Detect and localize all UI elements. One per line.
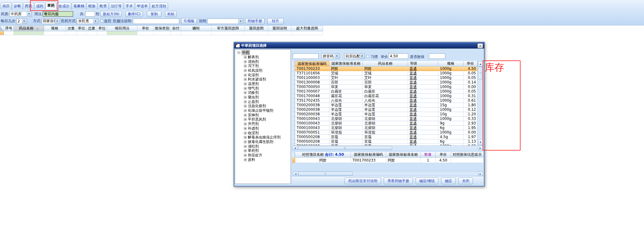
herb-row[interactable]: T000700050 荜茇 荜茇 普通 1000g 0.00 [292, 85, 477, 89]
copy-button[interactable]: 复制 [147, 11, 161, 17]
scrollbar-thumb[interactable] [298, 146, 392, 150]
daily-times-select[interactable]: 2 [16, 19, 27, 24]
expand-icon[interactable] [244, 136, 247, 139]
col-unit2[interactable]: 单位 [97, 25, 107, 31]
drug-handbook-button[interactable]: 药物手册 [245, 18, 265, 24]
row-indicator[interactable] [292, 126, 295, 130]
tab[interactable]: 检查 [98, 2, 109, 9]
expand-icon[interactable] [244, 114, 247, 117]
tree-node[interactable]: 祛风湿剂 [244, 68, 291, 73]
tree-node[interactable]: 化湿剂 [244, 73, 291, 77]
chevron-down-icon[interactable] [55, 19, 59, 23]
dialog-titlebar[interactable]: 中草药项目选择 [234, 42, 484, 49]
drug-name-cell[interactable] [14, 31, 44, 35]
tab[interactable]: 成药 [34, 2, 45, 9]
template-button[interactable]: 引模板 [181, 18, 197, 24]
dialog-button[interactable]: 确定 [441, 178, 456, 184]
expand-icon[interactable] [244, 109, 247, 112]
row-indicator[interactable] [292, 98, 295, 103]
expand-icon[interactable] [244, 123, 247, 125]
pharmacy-select[interactable]: 中药房 [9, 11, 32, 17]
scrollbar-thumb[interactable] [298, 172, 353, 176]
tree-node[interactable]: 补虚剂 [244, 126, 291, 131]
row-indicator[interactable] [292, 80, 295, 85]
total-doses-input[interactable] [85, 11, 95, 17]
scroll-left-icon[interactable]: ◀ [292, 146, 298, 150]
tree-node[interactable]: 消食剂 [244, 91, 291, 95]
expand-icon[interactable] [244, 145, 247, 148]
expand-icon[interactable] [244, 158, 247, 161]
expand-icon[interactable] [244, 127, 247, 130]
scroll-right-icon[interactable]: ▶ [478, 146, 483, 150]
tree-node[interactable]: 安神剂 [244, 113, 291, 117]
col-selected-qty[interactable]: 数量 [421, 152, 436, 158]
tree-node[interactable]: 草药剂 [244, 148, 291, 153]
usage-input[interactable]: 餐后内服 [43, 11, 73, 17]
herb-row[interactable]: T371101656 艾绒 艾绒 普通 1000g 0.05 [292, 71, 477, 76]
row-indicator[interactable] [292, 139, 295, 144]
row-indicator[interactable] [292, 94, 295, 98]
expand-icon[interactable] [244, 74, 247, 76]
price-input[interactable]: 4.50 [389, 53, 408, 59]
tree-node[interactable]: 涌吐剂 [244, 144, 291, 149]
col-instruction[interactable]: 嘱咐 [181, 25, 211, 31]
herb-row[interactable]: T000200038 半边莲 半边莲 普通 15g 1.80 [292, 103, 477, 107]
expand-icon[interactable] [244, 118, 247, 121]
expand-icon[interactable] [244, 78, 247, 81]
col-return-reason[interactable]: 退回原因 [245, 25, 268, 31]
select-all-corner[interactable] [0, 25, 4, 31]
row-indicator[interactable] [292, 107, 295, 112]
tree-node[interactable]: 温里剂 [244, 82, 291, 86]
transfer-prescription-button[interactable]: 转方 [267, 18, 284, 24]
chevron-down-icon[interactable] [27, 12, 31, 16]
tab[interactable]: 草药 [46, 2, 56, 9]
herb-row[interactable]: T001300008 百部 百部 普通 1000g 0.14 [292, 80, 477, 85]
col-herb-price[interactable]: 单价 [464, 61, 477, 66]
method-select[interactable]: 回家自煎 [42, 19, 60, 24]
tree-node[interactable]: 解毒杀虫燥湿止痒剂 [244, 135, 291, 140]
scroll-right-icon[interactable]: ▶ [478, 172, 483, 176]
col-unit1[interactable]: 单位 [77, 25, 86, 31]
col-selected-item-name[interactable]: 对照项目名称 合计: 4.50 [295, 152, 351, 158]
row-indicator[interactable] [292, 112, 295, 117]
row-indicator[interactable] [292, 76, 295, 80]
tab[interactable]: 申请单 [135, 2, 150, 9]
tree-node[interactable]: 理气剂 [244, 86, 291, 91]
tree-node[interactable]: 利水渗湿剂 [244, 77, 291, 82]
herb-row[interactable]: T000500208 豆蔻 豆蔻 普通 6g 1.13 [292, 139, 477, 144]
urgent-decoct-checkbox[interactable] [100, 20, 103, 22]
insurance-input[interactable] [429, 53, 445, 59]
tree-node[interactable]: 活血化瘀剂 [244, 104, 291, 109]
decoct-note-input[interactable] [133, 19, 179, 24]
tree-node[interactable]: 协定处方 [244, 153, 291, 158]
row-indicator[interactable] [292, 71, 295, 76]
col-herb-spec[interactable]: 规格 [438, 61, 464, 66]
tree-node[interactable]: 平肝息风剂 [244, 117, 291, 122]
expand-icon[interactable] [244, 83, 247, 85]
expand-icon[interactable] [244, 154, 247, 157]
tree-node[interactable]: 原料 [244, 158, 291, 162]
col-detail-usage[interactable]: 细目用法 [107, 25, 137, 31]
chevron-down-icon[interactable] [238, 19, 243, 23]
expand-icon[interactable] [244, 69, 247, 72]
expand-icon[interactable] [244, 60, 247, 63]
chevron-down-icon[interactable] [22, 19, 26, 23]
expand-icon[interactable] [244, 65, 247, 67]
habit-checkbox[interactable] [366, 55, 369, 58]
col-drug-name[interactable]: 药品名称 [14, 25, 44, 31]
expand-icon[interactable] [244, 91, 247, 94]
col-spec[interactable]: 规格 [44, 25, 66, 31]
dialog-button[interactable]: 查看药物手册 [384, 178, 413, 184]
close-icon[interactable] [477, 43, 483, 48]
col-insurance-code[interactable]: 国家医保标准编码 [295, 61, 329, 66]
tree-node[interactable]: 开窍剂 [244, 122, 291, 126]
expand-icon[interactable] [244, 132, 247, 134]
tree-node[interactable]: 拔毒化腐生肌剂 [244, 140, 291, 144]
row-indicator[interactable] [292, 135, 295, 139]
col-insurance-type[interactable]: 医保类别 [154, 25, 171, 31]
scrollbar-thumb[interactable] [478, 67, 483, 80]
expand-icon[interactable] [244, 141, 247, 143]
herb-row[interactable]: T000700051 荜澄茄 荜澄茄 普通 1000g 0.00 [292, 130, 477, 135]
search-input[interactable] [293, 53, 319, 59]
tab[interactable]: 检验 [86, 2, 97, 9]
